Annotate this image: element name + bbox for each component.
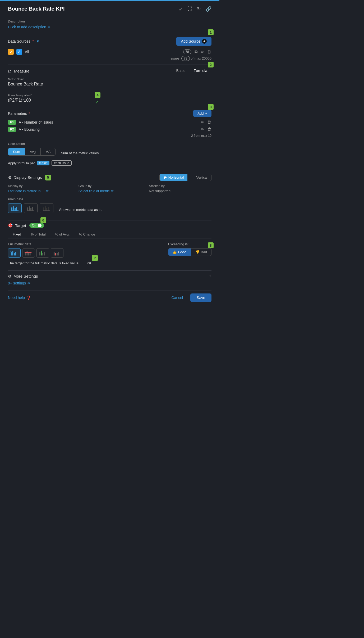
chart-option-2[interactable] xyxy=(24,203,38,213)
x-axis-tag[interactable]: x-axis xyxy=(37,161,49,165)
description-placeholder[interactable]: Click to add description xyxy=(8,25,46,29)
tab-basic[interactable]: Basic xyxy=(172,67,189,74)
svg-text:↑: ↑ xyxy=(41,250,42,251)
tab-fixed[interactable]: Fixed xyxy=(8,231,26,238)
horizontal-tab[interactable]: Horizontal xyxy=(160,174,188,181)
params-required: * xyxy=(29,111,30,116)
metric-chart-2[interactable] xyxy=(22,248,35,258)
tab-pct-change[interactable]: % Change xyxy=(74,231,100,238)
calc-buttons: Sum Avg MA xyxy=(8,148,56,156)
display-settings-divider xyxy=(8,171,211,171)
calc-sum-button[interactable]: Sum xyxy=(8,148,25,155)
add-source-plus-icon: + xyxy=(202,39,207,44)
chart-option-3[interactable] xyxy=(40,203,53,213)
param-edit-icon-1[interactable]: ✏ xyxy=(201,120,204,125)
group-by-value[interactable]: Select field or metric ✏ xyxy=(79,189,141,193)
calc-ma-button[interactable]: MA xyxy=(41,148,56,155)
add-parameter-plus-icon: + xyxy=(205,111,207,115)
plain-data-label: Plain data xyxy=(8,197,211,201)
source-checkbox[interactable]: ✓ xyxy=(8,49,14,55)
formula-input[interactable]: (P2/P1)*100 xyxy=(8,98,93,105)
param-name-2: A - Bouncing xyxy=(19,127,198,132)
svg-rect-21 xyxy=(11,252,12,255)
more-settings-plus-icon[interactable]: + xyxy=(209,273,211,279)
measure-tabs: Basic 2 Formula xyxy=(172,67,211,74)
target-text-before: The target for the full metric data is f… xyxy=(8,261,79,265)
group-by-pencil-icon[interactable]: ✏ xyxy=(111,189,114,193)
data-sources-row: Data Sources * ▼ 1 Add Source + xyxy=(8,37,211,46)
each-issue-tag[interactable]: each issue xyxy=(52,160,71,166)
tab-formula[interactable]: Formula xyxy=(190,67,211,74)
add-parameter-button[interactable]: Add + xyxy=(193,110,211,117)
annotation-6: 6 xyxy=(40,217,46,223)
more-settings-gear-icon: ⚙ xyxy=(8,274,11,279)
link-icon[interactable]: 🔗 xyxy=(206,6,211,12)
refresh-icon[interactable]: ↻ xyxy=(197,6,201,12)
target-toggle[interactable]: On xyxy=(29,223,44,228)
formula-check-icon: ✓ xyxy=(95,99,99,105)
filter-icon[interactable]: ▼ xyxy=(36,39,40,43)
target-tabs: Fixed % of Total % of Avg. % Change xyxy=(8,231,211,238)
settings-link[interactable]: 9+ settings ✏ xyxy=(8,281,211,285)
metric-name-value[interactable]: Bounce Back Rate xyxy=(8,82,93,89)
calculation-row: Sum Avg MA Sum of the metric values. xyxy=(8,148,211,158)
svg-rect-19 xyxy=(48,207,49,211)
target-divider xyxy=(8,220,211,220)
svg-rect-2 xyxy=(164,178,165,179)
calc-desc-text: Sum of the metric values. xyxy=(61,151,100,155)
bad-button[interactable]: 👎 Bad xyxy=(191,248,211,256)
fullscreen-icon[interactable]: ⛶ xyxy=(187,6,192,12)
target-value-input[interactable] xyxy=(82,261,96,265)
tab-pct-avg[interactable]: % of Avg. xyxy=(50,231,75,238)
calculation-label: Calculation xyxy=(8,142,211,146)
more-settings-row: ⚙ More Settings + xyxy=(8,273,211,279)
add-source-button[interactable]: Add Source + xyxy=(176,37,211,46)
header-icons: ⤢ ⛶ ↻ 🔗 xyxy=(179,6,211,12)
svg-rect-6 xyxy=(11,207,12,211)
plain-data-desc: Shows the metric data as is. xyxy=(59,208,102,212)
param-delete-icon-2[interactable]: 🗑 xyxy=(207,127,211,132)
expand-icon[interactable]: ⤢ xyxy=(179,6,183,12)
source-edit-icon[interactable]: ✏ xyxy=(201,49,204,55)
param-delete-icon-1[interactable]: 🗑 xyxy=(207,120,211,125)
param-edit-icon-2[interactable]: ✏ xyxy=(201,127,204,132)
good-button[interactable]: 👍 Good xyxy=(168,248,191,256)
param-row-1: P1 A - Number of issues ✏ 🗑 xyxy=(8,120,211,125)
source-copy-icon[interactable]: ⧉ xyxy=(195,49,197,54)
cancel-button[interactable]: Cancel xyxy=(167,293,187,302)
exceeding-label: Exceeding is: xyxy=(168,242,188,246)
header-divider xyxy=(8,17,211,17)
metric-chart-1[interactable]: 1% xyxy=(8,248,21,258)
full-metric-charts: 1% xyxy=(8,248,63,258)
save-button[interactable]: Save xyxy=(190,293,211,302)
svg-rect-18 xyxy=(46,208,47,211)
metric-chart-4[interactable]: ↓ xyxy=(51,248,63,258)
stacked-by-value: Not supported xyxy=(149,189,211,193)
display-settings-title: ⚙ Display Settings 5 xyxy=(8,175,51,180)
full-metric-row: Full metric data 1% xyxy=(8,242,211,258)
issues-count: 78 xyxy=(181,56,190,61)
description-click[interactable]: Click to add description ✏ xyxy=(8,25,211,29)
exceeding-section: Exceeding is: 8 👍 Good 👎 Bad xyxy=(168,242,211,256)
target-text-after: . xyxy=(97,261,98,265)
svg-rect-23 xyxy=(14,253,15,255)
display-by-value[interactable]: Last date in status: In ... ✏ xyxy=(8,189,71,193)
chart-options xyxy=(8,203,53,213)
target-label: Target xyxy=(15,223,26,228)
metric-chart-icon-2 xyxy=(25,250,33,256)
display-by-pencil-icon[interactable]: ✏ xyxy=(46,189,49,193)
need-help-link[interactable]: Need help ❓ xyxy=(8,296,31,300)
data-sources-left: Data Sources * ▼ xyxy=(8,39,40,43)
display-settings-gear-icon: ⚙ xyxy=(8,175,11,180)
good-bad-buttons: 👍 Good 👎 Bad xyxy=(168,248,211,256)
calc-avg-button[interactable]: Avg xyxy=(25,148,41,155)
chart-option-1[interactable] xyxy=(8,203,22,213)
vertical-tab[interactable]: Vertical xyxy=(187,174,211,181)
metric-chart-3[interactable]: ↑ xyxy=(36,248,49,258)
tab-pct-total[interactable]: % of Total xyxy=(26,231,50,238)
target-icon: 🎯 xyxy=(8,223,13,228)
description-pencil-icon[interactable]: ✏ xyxy=(48,25,51,29)
source-delete-icon[interactable]: 🗑 xyxy=(207,49,211,54)
svg-rect-33 xyxy=(42,253,43,255)
settings-link-pencil-icon: ✏ xyxy=(27,281,31,285)
